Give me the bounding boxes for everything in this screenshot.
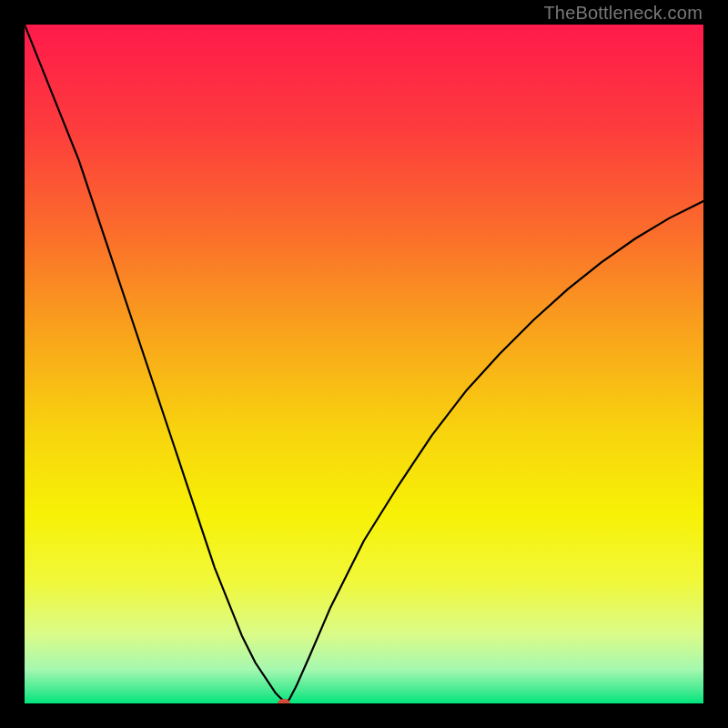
gradient-background <box>25 25 703 703</box>
bottleneck-chart <box>25 25 703 703</box>
chart-frame <box>25 25 703 703</box>
watermark-text: TheBottleneck.com <box>543 3 703 24</box>
